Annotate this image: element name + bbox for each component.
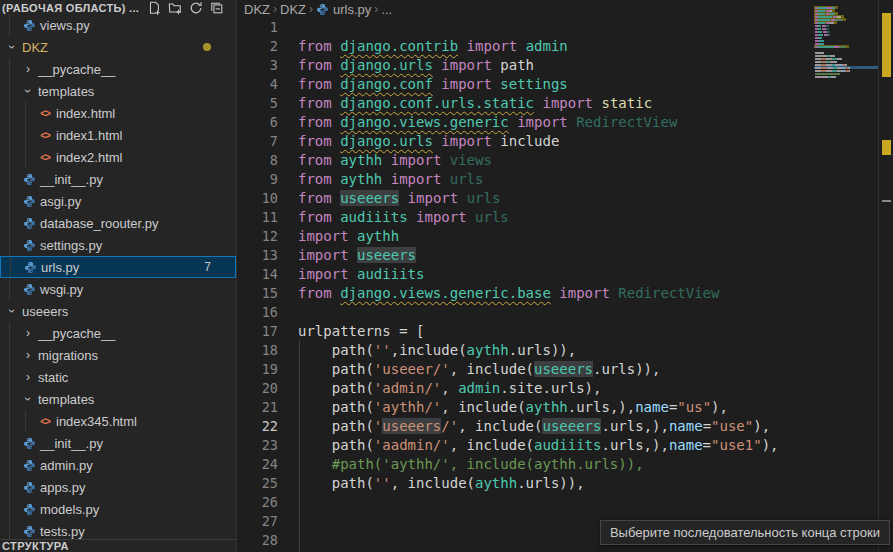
chevron-right-icon[interactable]: › [20, 348, 36, 362]
overview-ruler-scrollbar[interactable] [878, 0, 893, 552]
code-line[interactable]: 18 path('',include(aythh.urls)), [237, 341, 893, 360]
breadcrumb-item[interactable]: urls.py [316, 1, 371, 17]
new-folder-icon[interactable] [168, 1, 182, 15]
code-token: from [298, 57, 340, 73]
tree-item--pycache-[interactable]: ›__pycache__ [0, 322, 236, 344]
line-number[interactable]: 9 [237, 170, 278, 189]
chevron-right-icon[interactable]: › [20, 62, 36, 76]
line-number[interactable]: 18 [237, 341, 278, 360]
code-line[interactable]: 8from aythh import views [237, 151, 893, 170]
chevron-right-icon[interactable]: › [20, 370, 36, 384]
code-line[interactable]: 20 path('admin/', admin.site.urls), [237, 379, 893, 398]
code-line[interactable]: 2from django.contrib import admin [237, 37, 893, 56]
code-line[interactable]: 22 path('useeers/', include(useeers.urls… [237, 417, 893, 436]
line-number[interactable]: 12 [237, 227, 278, 246]
code-line[interactable]: 19 path('useeer/', include(useeers.urls)… [237, 360, 893, 379]
breadcrumb-item[interactable]: DKZ [280, 2, 306, 17]
line-number[interactable]: 17 [237, 322, 278, 341]
code-line[interactable]: 24 #path('aythh/', include(aythh.urls)), [237, 455, 893, 474]
line-number[interactable]: 27 [237, 512, 278, 531]
tree-item-static[interactable]: ›static [0, 366, 236, 388]
chevron-down-icon[interactable]: › [21, 83, 35, 99]
code-line[interactable]: 25 path('', include(aythh.urls)), [237, 474, 893, 493]
tree-item--init-py[interactable]: __init__.py [0, 168, 236, 190]
line-number[interactable]: 10 [237, 189, 278, 208]
line-number[interactable]: 19 [237, 360, 278, 379]
line-number[interactable]: 16 [237, 303, 278, 322]
tree-item-index345-html[interactable]: <>index345.html [0, 410, 236, 432]
tree-item-database-roouter-py[interactable]: database_roouter.py [0, 212, 236, 234]
tree-item-index2-html[interactable]: <>index2.html [0, 146, 236, 168]
chevron-down-icon[interactable]: › [5, 303, 19, 319]
line-number[interactable]: 25 [237, 474, 278, 493]
code-line[interactable]: 3from django.urls import path [237, 56, 893, 75]
line-number[interactable]: 5 [237, 94, 278, 113]
tree-item-models-py[interactable]: models.py [0, 498, 236, 520]
line-number[interactable]: 11 [237, 208, 278, 227]
tree-item-label: templates [38, 392, 94, 407]
code-line[interactable]: 12import aythh [237, 227, 893, 246]
line-number[interactable]: 22 [237, 417, 278, 436]
tree-item-templates[interactable]: ›templates [0, 80, 236, 102]
code-line[interactable]: 1 [237, 18, 893, 37]
tree-item--pycache-[interactable]: ›__pycache__ [0, 58, 236, 80]
line-number[interactable]: 24 [237, 455, 278, 474]
line-number[interactable]: 1 [237, 18, 278, 37]
code-line[interactable]: 13import useeers [237, 246, 893, 265]
code-line[interactable]: 17urlpatterns = [ [237, 322, 893, 341]
line-number[interactable]: 2 [237, 37, 278, 56]
collapse-all-icon[interactable] [210, 1, 224, 15]
line-number[interactable]: 13 [237, 246, 278, 265]
tree-item--init-py[interactable]: __init__.py [0, 432, 236, 454]
code-line[interactable]: 6from django.views.generic import Redire… [237, 113, 893, 132]
line-number[interactable]: 3 [237, 56, 278, 75]
line-number[interactable]: 4 [237, 75, 278, 94]
refresh-icon[interactable] [189, 1, 203, 15]
code-line[interactable]: 10from useeers import urls [237, 189, 893, 208]
tree-item-migrations[interactable]: ›migrations [0, 344, 236, 366]
code-line[interactable]: 23 path('aadmin/', include(audiiits.urls… [237, 436, 893, 455]
tree-item-views-py[interactable]: views.py [0, 14, 236, 36]
breadcrumb-item[interactable]: ... [381, 2, 392, 17]
line-number[interactable]: 21 [237, 398, 278, 417]
outline-section-header[interactable]: СТРУКТУРА [0, 539, 236, 552]
code-line[interactable]: 15from django.views.generic.base import … [237, 284, 893, 303]
tree-item-index-html[interactable]: <>index.html [0, 102, 236, 124]
line-number[interactable]: 15 [237, 284, 278, 303]
line-number[interactable]: 20 [237, 379, 278, 398]
tree-item-asgi-py[interactable]: asgi.py [0, 190, 236, 212]
code-line[interactable]: 21 path('aythh/', include(aythh.urls,),n… [237, 398, 893, 417]
code-line[interactable]: 14import audiiits [237, 265, 893, 284]
code-line[interactable]: 16 [237, 303, 893, 322]
tree-item-useeers[interactable]: ›useeers [0, 300, 236, 322]
chevron-right-icon[interactable]: › [20, 326, 36, 340]
chevron-down-icon[interactable]: › [21, 391, 35, 407]
code-line[interactable]: 11from audiiits import urls [237, 208, 893, 227]
tree-item-settings-py[interactable]: settings.py [0, 234, 236, 256]
code-line[interactable]: 7from django.urls import include [237, 132, 893, 151]
code-area[interactable]: 12from django.contrib import admin3from … [237, 18, 893, 552]
tree-item-apps-py[interactable]: apps.py [0, 476, 236, 498]
code-line[interactable]: 9from aythh import urls [237, 170, 893, 189]
line-number[interactable]: 28 [237, 531, 278, 550]
line-number[interactable]: 26 [237, 493, 278, 512]
line-number[interactable]: 7 [237, 132, 278, 151]
code-line[interactable]: 4from django.conf import settings [237, 75, 893, 94]
line-number[interactable]: 8 [237, 151, 278, 170]
code-line[interactable]: 26 [237, 493, 893, 512]
tree-item-urls-py[interactable]: urls.py7 [0, 256, 236, 278]
tree-item-wsgi-py[interactable]: wsgi.py [0, 278, 236, 300]
breadcrumb-item[interactable]: DKZ [244, 2, 270, 17]
chevron-down-icon[interactable]: › [5, 39, 19, 55]
tree-item-index1-html[interactable]: <>index1.html [0, 124, 236, 146]
tree-item-templates[interactable]: ›templates [0, 388, 236, 410]
line-number[interactable]: 23 [237, 436, 278, 455]
tree-item-admin-py[interactable]: admin.py [0, 454, 236, 476]
tree-item-dkz[interactable]: ›DKZ [0, 36, 236, 58]
line-number[interactable]: 14 [237, 265, 278, 284]
new-file-icon[interactable] [147, 1, 161, 15]
code-line[interactable]: 5from django.conf.urls.static import sta… [237, 94, 893, 113]
minimap[interactable] [814, 0, 878, 552]
explorer-section-header[interactable]: (РАБОЧАЯ ОБЛАСТЬ) ... [0, 0, 236, 14]
line-number[interactable]: 6 [237, 113, 278, 132]
